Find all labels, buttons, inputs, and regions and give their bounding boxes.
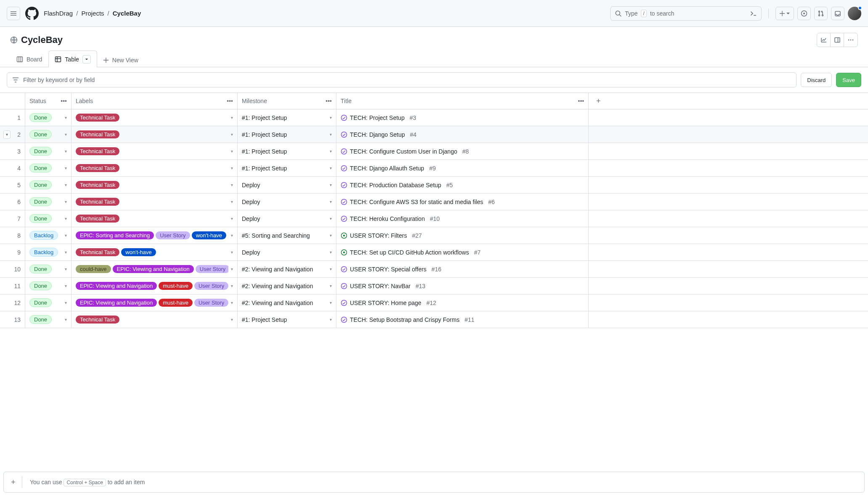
labels-cell[interactable]: Technical Task▾ (71, 177, 238, 193)
table-row[interactable]: 12Done▾EPIC: Viewing and Navigationmust-… (0, 294, 868, 311)
title-cell[interactable]: TECH: Django Allauth Setup#9 (336, 160, 589, 176)
caret-down-icon[interactable]: ▾ (231, 115, 233, 120)
labels-cell[interactable]: could-haveEPIC: Viewing and NavigationUs… (71, 261, 238, 277)
caret-down-icon[interactable]: ▾ (65, 233, 67, 238)
labels-cell[interactable]: Technical Task▾ (71, 210, 238, 227)
status-cell[interactable]: Done▾ (25, 143, 71, 159)
title-cell[interactable]: TECH: Configure Custom User in Django#8 (336, 143, 589, 159)
title-cell[interactable]: TECH: Heroku Configuration#10 (336, 210, 589, 227)
caret-down-icon[interactable]: ▾ (330, 300, 332, 305)
caret-down-icon[interactable]: ▾ (65, 115, 67, 120)
side-panel-button[interactable] (831, 33, 844, 47)
milestone-cell[interactable]: Deploy▾ (238, 210, 336, 227)
caret-down-icon[interactable]: ▾ (330, 233, 332, 238)
labels-cell[interactable]: Technical Task▾ (71, 311, 238, 328)
milestone-cell[interactable]: #1: Project Setup▾ (238, 126, 336, 143)
caret-down-icon[interactable]: ▾ (231, 250, 233, 255)
caret-down-icon[interactable]: ▾ (65, 183, 67, 187)
caret-down-icon[interactable]: ▾ (330, 149, 332, 154)
tab-board[interactable]: Board (10, 50, 48, 67)
title-cell[interactable]: USER STORY: Home page#12 (336, 294, 589, 311)
caret-down-icon[interactable]: ▾ (330, 216, 332, 221)
milestone-cell[interactable]: #1: Project Setup▾ (238, 160, 336, 176)
hamburger-menu-button[interactable] (7, 7, 20, 20)
milestone-cell[interactable]: #1: Project Setup▾ (238, 109, 336, 126)
caret-down-icon[interactable]: ▾ (330, 199, 332, 204)
save-button[interactable]: Save (836, 73, 861, 87)
labels-cell[interactable]: Technical Task▾ (71, 126, 238, 143)
col-milestone[interactable]: Milestone ••• (238, 93, 336, 109)
caret-down-icon[interactable]: ▾ (330, 250, 332, 255)
new-view-button[interactable]: New View (97, 53, 144, 67)
status-cell[interactable]: Done▾ (25, 177, 71, 193)
col-title[interactable]: Title ••• (336, 93, 589, 109)
caret-down-icon[interactable]: ▾ (231, 300, 233, 305)
title-cell[interactable]: TECH: Setup Bootstrap and Crispy Forms#1… (336, 311, 589, 328)
breadcrumb-owner[interactable]: FlashDrag (44, 10, 73, 17)
insights-button[interactable] (817, 33, 831, 47)
caret-down-icon[interactable]: ▾ (231, 149, 233, 154)
breadcrumb-projects[interactable]: Projects (81, 10, 104, 17)
caret-down-icon[interactable]: ▾ (231, 183, 233, 187)
milestone-cell[interactable]: Deploy▾ (238, 194, 336, 210)
col-status-menu[interactable]: ••• (61, 98, 67, 104)
caret-down-icon[interactable]: ▾ (65, 216, 67, 221)
title-cell[interactable]: USER STORY: Filters#27 (336, 227, 589, 244)
milestone-cell[interactable]: #2: Viewing and Navigation▾ (238, 278, 336, 294)
status-cell[interactable]: Backlog▾ (25, 244, 71, 260)
tab-table-menu[interactable] (82, 55, 91, 64)
caret-down-icon[interactable]: ▾ (330, 132, 332, 137)
labels-cell[interactable]: Technical Task▾ (71, 143, 238, 159)
col-milestone-menu[interactable]: ••• (326, 98, 332, 104)
table-row[interactable]: 3Done▾Technical Task▾#1: Project Setup▾T… (0, 143, 868, 160)
title-cell[interactable]: TECH: Set up CI/CD GitHub Action workflo… (336, 244, 589, 260)
status-cell[interactable]: Done▾ (25, 160, 71, 176)
caret-down-icon[interactable]: ▾ (65, 250, 67, 255)
labels-cell[interactable]: Technical Taskwon't-have▾ (71, 244, 238, 260)
filter-input[interactable]: Filter by keyword or by field (7, 72, 797, 88)
milestone-cell[interactable]: #5: Sorting and Searching▾ (238, 227, 336, 244)
col-add[interactable]: + (589, 93, 608, 109)
col-title-menu[interactable]: ••• (578, 98, 584, 104)
labels-cell[interactable]: Technical Task▾ (71, 194, 238, 210)
command-palette-icon[interactable] (749, 10, 757, 17)
caret-down-icon[interactable]: ▾ (330, 166, 332, 170)
table-row[interactable]: ▾2Done▾Technical Task▾#1: Project Setup▾… (0, 126, 868, 143)
table-row[interactable]: 6Done▾Technical Task▾Deploy▾TECH: Config… (0, 194, 868, 210)
caret-down-icon[interactable]: ▾ (231, 317, 233, 322)
milestone-cell[interactable]: #2: Viewing and Navigation▾ (238, 261, 336, 277)
status-cell[interactable]: Done▾ (25, 126, 71, 143)
discard-button[interactable]: Discard (801, 73, 832, 87)
tab-table[interactable]: Table (48, 50, 97, 67)
caret-down-icon[interactable]: ▾ (65, 149, 67, 154)
col-labels[interactable]: Labels ••• (71, 93, 238, 109)
caret-down-icon[interactable]: ▾ (231, 216, 233, 221)
col-labels-menu[interactable]: ••• (227, 98, 233, 104)
row-handle[interactable]: ▾ (3, 130, 11, 139)
title-cell[interactable]: USER STORY: NavBar#13 (336, 278, 589, 294)
notifications-button[interactable] (831, 7, 844, 20)
status-cell[interactable]: Done▾ (25, 194, 71, 210)
user-avatar[interactable] (848, 7, 861, 20)
table-row[interactable]: 13Done▾Technical Task▾#1: Project Setup▾… (0, 311, 868, 328)
title-cell[interactable]: TECH: Django Setup#4 (336, 126, 589, 143)
caret-down-icon[interactable]: ▾ (65, 166, 67, 170)
table-row[interactable]: 11Done▾EPIC: Viewing and Navigationmust-… (0, 278, 868, 294)
status-cell[interactable]: Done▾ (25, 278, 71, 294)
caret-down-icon[interactable]: ▾ (231, 199, 233, 204)
title-cell[interactable]: TECH: Production Database Setup#5 (336, 177, 589, 193)
caret-down-icon[interactable]: ▾ (330, 317, 332, 322)
col-status[interactable]: Status ••• (25, 93, 71, 109)
table-row[interactable]: 5Done▾Technical Task▾Deploy▾TECH: Produc… (0, 177, 868, 194)
title-cell[interactable]: USER STORY: Special offers#16 (336, 261, 589, 277)
github-logo-icon[interactable] (25, 7, 39, 20)
caret-down-icon[interactable]: ▾ (65, 317, 67, 322)
status-cell[interactable]: Done▾ (25, 294, 71, 311)
issues-button[interactable] (797, 7, 811, 20)
title-cell[interactable]: TECH: Project Setup#3 (336, 109, 589, 126)
caret-down-icon[interactable]: ▾ (231, 233, 233, 238)
caret-down-icon[interactable]: ▾ (65, 284, 67, 288)
status-cell[interactable]: Done▾ (25, 311, 71, 328)
caret-down-icon[interactable]: ▾ (231, 166, 233, 170)
caret-down-icon[interactable]: ▾ (65, 132, 67, 137)
